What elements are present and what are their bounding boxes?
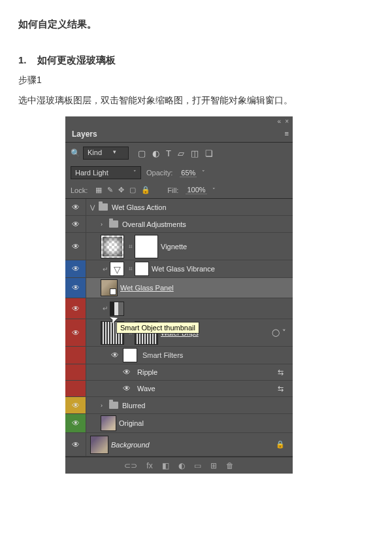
filter-smart-icon[interactable]: ◫ [191, 148, 199, 158]
layer-background[interactable]: 👁 Background 🔒 [65, 433, 293, 457]
adjustment-thumbnail[interactable] [110, 262, 124, 276]
chevron-down-icon[interactable]: ˅ [202, 169, 205, 176]
link-icon: ⌗ [129, 243, 133, 251]
layer-thumbnail[interactable] [101, 235, 124, 258]
smart-object-thumbnail[interactable] [101, 279, 118, 296]
clip-icon: ↵ [103, 305, 108, 312]
filter-edit-icon[interactable]: ⇆ [278, 368, 284, 377]
layer-name: Background [111, 441, 150, 449]
search-icon[interactable]: 🔍 [71, 148, 80, 158]
filter-ripple[interactable]: 👁 Ripple ⇆ [65, 364, 293, 381]
fill-value[interactable]: 100% [186, 186, 206, 194]
mask-thumbnail[interactable] [135, 235, 158, 258]
layer-name: Wet Glass Vibrance [152, 265, 215, 273]
layer-name: Wet Glass Panel [120, 284, 174, 292]
visibility-icon[interactable]: 👁 [72, 242, 80, 251]
adjustment-icon[interactable]: ◐ [178, 461, 185, 470]
layer-wet-glass-vibrance[interactable]: 👁 ↵ ⌗ Wet Glass Vibrance [65, 260, 293, 278]
filter-misc-icon[interactable]: ❏ [205, 148, 213, 158]
visibility-icon[interactable]: 👁 [123, 368, 131, 377]
link-layers-icon[interactable]: ⊂⊃ [124, 461, 137, 470]
trash-icon[interactable]: 🗑 [226, 461, 234, 470]
filter-edit-icon[interactable]: ⇆ [278, 385, 284, 393]
filter-mask-thumbnail[interactable] [123, 348, 137, 362]
layer-group-overall-adjustments[interactable]: 👁 › Overall Adjustments [65, 216, 293, 233]
fx-circle-icon[interactable]: ◯ [272, 328, 280, 337]
blend-row: Hard Light ˅ Opacity: 65% ˅ [65, 164, 293, 182]
fill-label: Fill: [167, 186, 178, 194]
section-title: 如何更改湿玻璃板 [37, 54, 116, 65]
layer-group-blurred[interactable]: 👁 › Blurred [65, 397, 293, 414]
lock-icon[interactable]: 🔒 [276, 440, 285, 449]
collapse-icon[interactable]: « [278, 118, 282, 125]
twisty-closed-icon[interactable]: › [101, 402, 107, 409]
filter-adjust-icon[interactable]: ◐ [152, 148, 159, 158]
opacity-label: Opacity: [146, 169, 172, 177]
lock-label: Lock: [71, 186, 88, 194]
filter-type-icon[interactable]: T [166, 148, 171, 158]
lock-all-icon[interactable]: 🔒 [141, 186, 150, 194]
visibility-icon[interactable]: 👁 [72, 283, 80, 292]
visibility-icon[interactable]: 👁 [111, 351, 119, 360]
folder-icon [99, 203, 108, 211]
filter-shape-icon[interactable]: ▱ [178, 148, 184, 158]
chevron-down-icon: ▾ [113, 148, 116, 155]
visibility-icon[interactable]: 👁 [72, 440, 80, 449]
layer-name: Blurred [122, 402, 145, 409]
lock-position-icon[interactable]: ✥ [118, 186, 124, 194]
visibility-icon[interactable]: 👁 [72, 401, 80, 410]
chevron-down-icon[interactable]: ˅ [212, 187, 216, 194]
layer-wet-glass-panel[interactable]: 👁 Wet Glass Panel [65, 278, 293, 298]
panel-menu-icon[interactable]: ≡ [281, 126, 293, 142]
visibility-icon[interactable]: 👁 [72, 264, 80, 273]
visibility-icon[interactable]: 👁 [72, 203, 80, 212]
tab-layers[interactable]: Layers [65, 126, 104, 142]
visibility-icon[interactable]: 👁 [72, 328, 80, 338]
folder-icon [109, 402, 118, 409]
folder-icon [109, 220, 118, 228]
layer-thumbnail[interactable] [110, 302, 124, 316]
visibility-icon[interactable]: 👁 [72, 304, 80, 313]
visibility-icon[interactable]: 👁 [72, 220, 80, 229]
opacity-value[interactable]: 65% [180, 169, 197, 177]
layer-thumbnail[interactable] [90, 436, 108, 454]
step-description: 选中湿玻璃板图层，双击智能对象缩略图，打开智能对象编辑窗口。 [18, 93, 374, 107]
layer-original[interactable]: 👁 Original [65, 414, 293, 433]
clip-icon: ↵ [103, 266, 108, 273]
blend-mode-select[interactable]: Hard Light ˅ [71, 166, 141, 179]
fx-chevron-icon[interactable]: ˅ [282, 328, 286, 337]
blend-mode-value: Hard Light [75, 169, 108, 177]
twisty-closed-icon[interactable]: › [101, 221, 107, 228]
filter-wave[interactable]: 👁 Wave ⇆ [65, 381, 293, 397]
group-icon[interactable]: ▭ [194, 461, 201, 470]
layers-list: 👁 ⋁ Wet Glass Action 👁 › Overall Adjustm… [65, 199, 293, 457]
layer-group-wet-glass-action[interactable]: 👁 ⋁ Wet Glass Action [65, 199, 293, 216]
lock-frame-icon[interactable]: ▢ [129, 186, 136, 194]
filter-kind-select[interactable]: Kind ▾ [83, 147, 129, 160]
lock-paint-icon[interactable]: ✎ [107, 186, 113, 194]
layer-name: Vignette [161, 243, 187, 251]
visibility-icon[interactable]: 👁 [72, 419, 80, 428]
section-heading: 1. 如何更改湿玻璃板 [18, 54, 374, 67]
lock-transparency-icon[interactable]: ▦ [95, 186, 102, 194]
layers-panel: « × Layers ≡ 🔍 Kind ▾ ▢ ◐ T ▱ ◫ ❏ Hard L… [65, 116, 293, 474]
filter-type-icons: ▢ ◐ T ▱ ◫ ❏ [138, 148, 213, 158]
layer-name: Original [119, 419, 144, 427]
layer-smartobject-sub[interactable]: 👁 ↵ ➤ Smart Object thumbnail [65, 298, 293, 319]
filter-name: Wave [137, 385, 155, 392]
mask-thumbnail[interactable] [135, 262, 149, 276]
visibility-icon[interactable]: 👁 [123, 384, 131, 393]
twisty-open-icon[interactable]: ⋁ [90, 204, 97, 211]
filter-pixel-icon[interactable]: ▢ [138, 148, 146, 158]
mask-icon[interactable]: ◧ [162, 461, 169, 470]
fx-icon[interactable]: fx [146, 461, 152, 470]
panel-titlebar: « × [65, 116, 293, 126]
new-layer-icon[interactable]: ⊞ [210, 461, 217, 470]
lock-row: Lock: ▦ ✎ ✥ ▢ 🔒 Fill: 100% ˅ [65, 182, 293, 199]
close-icon[interactable]: × [285, 118, 289, 125]
layer-thumbnail[interactable] [101, 415, 116, 431]
filter-kind-label: Kind [88, 148, 102, 156]
layer-smart-filters[interactable]: 👁 Smart Filters [65, 347, 293, 364]
intro-text: 如何自定义结果。 [18, 18, 374, 31]
layer-vignette[interactable]: 👁 ⌗ Vignette [65, 233, 293, 260]
